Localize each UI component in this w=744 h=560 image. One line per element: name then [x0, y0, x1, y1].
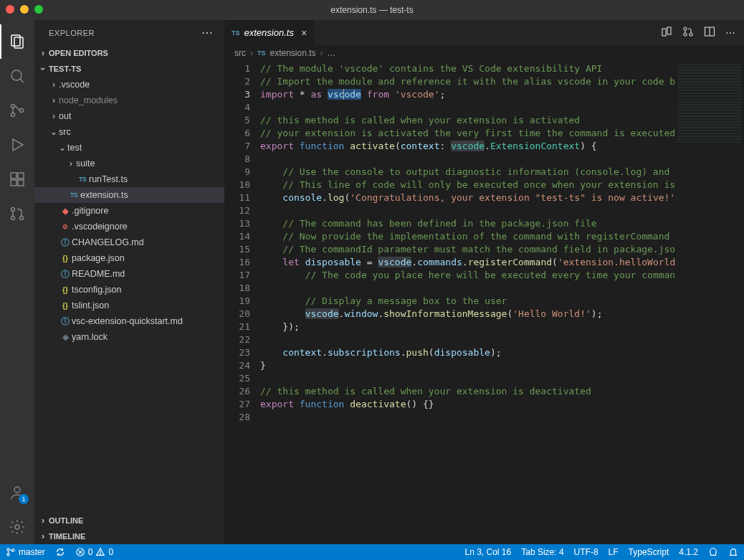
code-line[interactable]: import * as vscode from 'vscode';	[260, 88, 675, 101]
file-name: out	[59, 111, 71, 121]
code-line[interactable]: }	[260, 359, 675, 372]
code-line[interactable]	[260, 372, 675, 385]
tab-extension-ts[interactable]: TS extension.ts ×	[224, 20, 315, 45]
ts-version-item[interactable]: 4.1.2	[679, 547, 698, 557]
code-line[interactable]: // this method is called when your exten…	[260, 114, 675, 127]
code-line[interactable]: // The code you place here will be execu…	[260, 269, 675, 282]
encoding: UTF-8	[574, 547, 598, 557]
sidebar-title: EXPLORER	[49, 29, 95, 37]
project-panel[interactable]: › TEST-TS	[34, 61, 224, 77]
maximize-window-button[interactable]	[34, 5, 43, 14]
run-debug-icon[interactable]	[0, 128, 34, 162]
feedback-icon[interactable]	[708, 547, 718, 557]
folder-src[interactable]: ⌄src	[34, 124, 224, 140]
file-.gitignore[interactable]: ◆.gitignore	[34, 203, 224, 219]
line-number: 19	[224, 295, 250, 308]
breadcrumb-part[interactable]: src	[234, 48, 246, 58]
folder-test[interactable]: ⌄test	[34, 140, 224, 156]
cursor-position-item[interactable]: Ln 3, Col 16	[464, 547, 511, 557]
code-line[interactable]	[260, 153, 675, 166]
code-line[interactable]: // this method is called when your exten…	[260, 385, 675, 398]
breadcrumb-part[interactable]: …	[328, 48, 336, 58]
settings-gear-icon[interactable]	[0, 510, 34, 544]
split-editor-icon[interactable]	[704, 26, 715, 39]
file-tslint.json[interactable]: {}tslint.json	[34, 298, 224, 313]
file-runTest.ts[interactable]: TSrunTest.ts	[34, 171, 224, 187]
minimap[interactable]	[675, 61, 744, 544]
language-mode-item[interactable]: TypeScript	[629, 547, 669, 557]
minimize-window-button[interactable]	[20, 5, 29, 14]
code-line[interactable]: export function deactivate() {}	[260, 398, 675, 411]
open-editors-panel[interactable]: › OPEN EDITORS	[34, 45, 224, 61]
compare-changes-icon[interactable]	[661, 26, 672, 39]
git-branch-item[interactable]: master	[6, 547, 45, 557]
code-line[interactable]: });	[260, 321, 675, 333]
tab-size: Tab Size: 4	[521, 547, 563, 557]
outline-panel[interactable]: › OUTLINE	[34, 513, 224, 528]
sidebar-more-icon[interactable]: ⋯	[201, 26, 214, 39]
account-badge: 1	[19, 494, 29, 504]
code-line[interactable]: // This line of code will only be execut…	[260, 179, 675, 191]
chevron-right-icon: ›	[37, 531, 49, 541]
code-line[interactable]: // Import the module and reference it wi…	[260, 75, 675, 88]
source-control-icon[interactable]	[0, 93, 34, 128]
timeline-label: TIMELINE	[49, 532, 85, 541]
sync-item[interactable]	[55, 547, 65, 557]
code-editor[interactable]: 1234567891011121314151617181920212223242…	[224, 61, 744, 544]
code-line[interactable]	[260, 204, 675, 217]
code-line[interactable]: console.log('Congratulations, your exten…	[260, 191, 675, 204]
file-README.md[interactable]: README.md	[34, 266, 224, 282]
notifications-icon[interactable]	[728, 547, 738, 557]
code-line[interactable]: vscode.window.showInformationMessage('He…	[260, 308, 675, 321]
code-content[interactable]: // The module 'vscode' contains the VS C…	[260, 61, 675, 544]
open-changes-icon[interactable]	[682, 26, 694, 39]
editor-more-icon[interactable]: ⋯	[725, 27, 735, 39]
encoding-item[interactable]: UTF-8	[574, 547, 598, 557]
svg-marker-7	[13, 139, 23, 151]
code-line[interactable]: let disposable = vscode.commands.registe…	[260, 256, 675, 269]
folder-suite[interactable]: ›suite	[34, 156, 224, 171]
explorer-icon[interactable]	[0, 24, 34, 59]
problems-item[interactable]: 0 0	[75, 547, 113, 557]
code-line[interactable]	[260, 411, 675, 424]
eol-item[interactable]: LF	[609, 547, 619, 557]
code-line[interactable]: export function activate(context: vscode…	[260, 140, 675, 153]
file-CHANGELOG.md[interactable]: CHANGELOG.md	[34, 234, 224, 250]
extensions-icon[interactable]	[0, 162, 34, 196]
code-line[interactable]: // The command has been defined in the p…	[260, 217, 675, 230]
file-package.json[interactable]: {}package.json	[34, 250, 224, 266]
chevron-right-icon: ›	[37, 48, 49, 58]
file-extension.ts[interactable]: TSextension.ts	[34, 187, 224, 203]
svg-point-22	[65, 271, 66, 272]
folder-.vscode[interactable]: ›.vscode	[34, 77, 224, 92]
svg-point-33	[7, 549, 9, 551]
account-icon[interactable]: 1	[0, 475, 34, 510]
code-line[interactable]: // your extension is activated the very …	[260, 127, 675, 140]
code-line[interactable]: // Now provide the implementation of the…	[260, 230, 675, 243]
close-window-button[interactable]	[6, 5, 14, 14]
file-yarn.lock[interactable]: ◆yarn.lock	[34, 329, 224, 345]
file-name: tsconfig.json	[72, 285, 121, 295]
tab-size-item[interactable]: Tab Size: 4	[521, 547, 563, 557]
editor-toolbar: ⋯	[661, 20, 744, 45]
timeline-panel[interactable]: › TIMELINE	[34, 528, 224, 544]
code-line[interactable]	[260, 282, 675, 295]
code-line[interactable]	[260, 101, 675, 114]
code-line[interactable]	[260, 333, 675, 346]
breadcrumbs[interactable]: src › TS extension.ts › …	[224, 45, 744, 61]
search-icon[interactable]	[0, 59, 34, 93]
file-tsconfig.json[interactable]: {}tsconfig.json	[34, 282, 224, 298]
folder-node_modules[interactable]: ›node_modules	[34, 92, 224, 108]
file-vsc-extension-quickstart.md[interactable]: vsc-extension-quickstart.md	[34, 313, 224, 329]
breadcrumb-part[interactable]: extension.ts	[270, 48, 316, 58]
folder-out[interactable]: ›out	[34, 108, 224, 124]
code-line[interactable]: // The module 'vscode' contains the VS C…	[260, 62, 675, 75]
code-line[interactable]: // Display a message box to the user	[260, 295, 675, 308]
file-name: test	[67, 143, 82, 153]
git-pr-icon[interactable]	[0, 196, 34, 231]
close-tab-icon[interactable]: ×	[301, 27, 307, 39]
code-line[interactable]: context.subscriptions.push(disposable);	[260, 346, 675, 359]
file-.vscodeignore[interactable]: ⊘.vscodeignore	[34, 219, 224, 234]
code-line[interactable]: // The commandId parameter must match th…	[260, 243, 675, 256]
code-line[interactable]: // Use the console to output diagnostic …	[260, 166, 675, 179]
